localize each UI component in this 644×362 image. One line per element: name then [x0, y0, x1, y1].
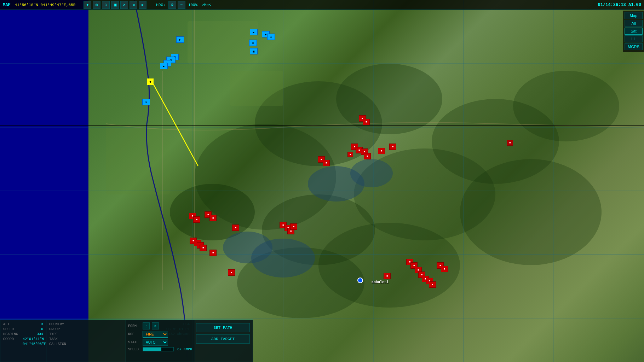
toolbar-btn-1[interactable]: ▼: [84, 1, 91, 9]
coord-row: COORD 42°01'41"N: [3, 337, 43, 341]
unit-red-21[interactable]: ■: [209, 250, 217, 256]
unit-blue-6[interactable]: ▶: [250, 29, 258, 35]
unit-blue-5[interactable]: ▶: [160, 63, 168, 69]
map-coords: 41°56'18"N 041°49'47"E,65R: [15, 3, 76, 7]
top-bar: MAP 41°56'18"N 041°49'47"E,65R ▼ ⊕ ⊙ ▣ ✕…: [0, 0, 644, 10]
unit-blue-10[interactable]: ◆: [267, 34, 275, 40]
coord-value: 42°01'41"N: [23, 337, 44, 341]
unit-red-11[interactable]: ■: [323, 160, 330, 166]
unit-red-bc[interactable]: ■: [228, 269, 235, 276]
add-target-button[interactable]: ADD TARGET: [196, 334, 250, 344]
form-icon-grid: ⊞: [152, 322, 159, 329]
unit-blue-7[interactable]: ▣: [249, 40, 257, 46]
player-marker: [357, 278, 363, 283]
group-label: GROUP: [49, 327, 70, 331]
hdg-circle-icon[interactable]: ⊕: [168, 1, 176, 9]
city-label-kobuleti: Kobuleti: [372, 280, 389, 284]
coord-label2: [3, 342, 23, 346]
heading-label: HEADING: [3, 332, 23, 336]
task-label: TASK: [49, 337, 70, 341]
unit-red-34[interactable]: ■: [429, 281, 436, 288]
waypoint-2[interactable]: ▼: [142, 99, 150, 105]
map-label: MAP: [3, 2, 11, 7]
roe-row: ROE FIRE HOLD RETURN: [128, 331, 192, 338]
zoom-me: >Me<: [202, 3, 211, 7]
alt-label: ALT: [3, 322, 23, 326]
unit-blue-1[interactable]: ▶: [176, 36, 184, 43]
unit-red-15[interactable]: ■: [209, 215, 217, 221]
unit-blue-8[interactable]: ▣: [250, 48, 258, 54]
unit-red-8[interactable]: ■: [389, 144, 396, 150]
toolbar-btn-4[interactable]: ▣: [111, 1, 119, 9]
form-panel: FORM ⋮ ⊞ ROE FIRE HOLD RETURN STATE AUTO…: [126, 320, 195, 362]
map-type-ll[interactable]: LL: [625, 35, 643, 42]
coord-label: COORD: [3, 337, 23, 341]
unit-red-20[interactable]: ■: [200, 245, 207, 251]
map-container[interactable]: ▶ ▣ ▣ ▶ ▶ ▶ ▣ ▣ ◆ ◆ ◆ ▼ ■ ■ ■ ■: [0, 0, 644, 362]
toolbar-btn-6[interactable]: ◄: [130, 1, 137, 9]
speed-value-form: 67 KMPH: [177, 348, 192, 351]
heading-value: 334: [37, 332, 43, 336]
unit-red-27[interactable]: ■: [384, 273, 391, 279]
type-label: TYPE: [49, 332, 70, 336]
toolbar-btn-2[interactable]: ⊕: [93, 1, 100, 9]
action-panel: SET PATH ADD TARGET: [193, 320, 253, 362]
zoom-level: 100%: [188, 3, 197, 7]
time-display: 01/14:26:13 A1.00: [598, 2, 641, 7]
toolbar-btn-7[interactable]: ►: [139, 1, 146, 9]
speed-label-l: SPEED: [3, 327, 23, 331]
map-type-all[interactable]: All: [625, 20, 643, 27]
right-panel: Map All Sat LL MGRS: [623, 11, 644, 52]
unit-red-26[interactable]: ■: [290, 223, 297, 230]
hdg-label: HDG:: [156, 3, 165, 7]
state-row: STATE AUTO MANUAL: [128, 339, 192, 346]
hdg-controls: ⊕ − 100% >Me<: [168, 1, 211, 9]
form-label: FORM: [128, 324, 140, 328]
coord-row2: 041°45'06"E: [3, 342, 43, 346]
speed-label-form: SPEED: [128, 348, 140, 351]
unit-red-2[interactable]: ■: [363, 119, 370, 125]
country-label: COUNTRY: [49, 322, 70, 326]
alt-row: ALT 3: [3, 322, 43, 326]
form-row: FORM ⋮ ⊞: [128, 322, 192, 329]
unit-red-13[interactable]: ■: [193, 216, 200, 223]
alt-value: 3: [41, 322, 43, 326]
toolbar-group: ▼ ⊕ ⊙ ▣ ✕ ◄ ►: [83, 1, 147, 9]
map-type-sat[interactable]: Sat: [625, 28, 643, 35]
toolbar-btn-3[interactable]: ⊙: [102, 1, 110, 9]
speed-control-row: SPEED 67 KMPH: [128, 347, 192, 351]
roe-dropdown[interactable]: FIRE HOLD RETURN: [143, 331, 168, 338]
roe-label: ROE: [128, 332, 140, 336]
unit-red-far-right[interactable]: ■: [507, 140, 513, 146]
speed-row: SPEED 0: [3, 327, 43, 331]
form-icon-dots: ⋮: [143, 322, 150, 329]
map-type-map[interactable]: Map: [625, 12, 643, 19]
set-path-button[interactable]: SET PATH: [196, 323, 250, 332]
hdg-minus-icon[interactable]: −: [178, 1, 185, 9]
waypoint-selected[interactable]: ◆: [147, 78, 154, 85]
unit-stats-left: ALT 3 SPEED 0 HEADING 334 COORD 42°01'41…: [0, 320, 46, 362]
unit-red-9[interactable]: ■: [347, 152, 353, 157]
unit-red-6[interactable]: ■: [364, 153, 371, 159]
coord-value2: 041°45'06"E: [23, 342, 46, 346]
toolbar-btn-5[interactable]: ✕: [120, 1, 128, 9]
unit-red-16[interactable]: ■: [232, 224, 239, 231]
callsign-label: CALLSIGN: [49, 342, 70, 346]
speed-bar[interactable]: [143, 347, 174, 351]
map-type-mgrs[interactable]: MGRS: [625, 43, 643, 50]
heading-row: HEADING 334: [3, 332, 43, 336]
state-label: STATE: [128, 340, 140, 344]
unit-red-7[interactable]: ■: [378, 148, 385, 154]
speed-value-l: 0: [41, 327, 43, 331]
state-dropdown[interactable]: AUTO MANUAL: [143, 339, 168, 346]
unit-red-36[interactable]: ■: [441, 266, 448, 272]
speed-bar-fill: [143, 348, 161, 351]
